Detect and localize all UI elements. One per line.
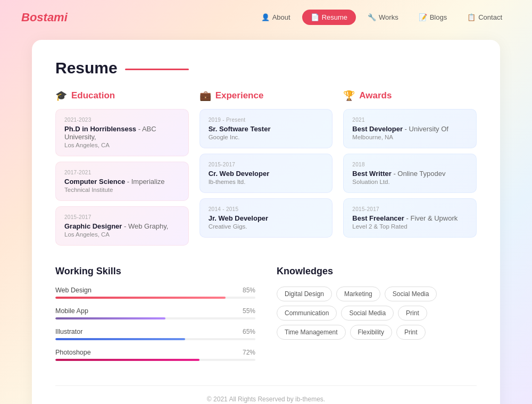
tag-social-media-1: Social Media bbox=[385, 287, 437, 301]
logo: Bostami bbox=[21, 11, 68, 24]
experience-icon: 💼 bbox=[200, 90, 211, 102]
knowledges-section: Knowledges Digital Design Marketing Soci… bbox=[277, 266, 477, 369]
skill-mobile-app: Mobile App 55% bbox=[55, 307, 255, 319]
page-title: Resume bbox=[55, 59, 118, 77]
experience-header: 💼 Experience bbox=[200, 90, 333, 102]
edu-sub-0: Los Angeles, CA bbox=[64, 142, 180, 148]
award-year-0: 2021 bbox=[352, 117, 468, 123]
about-icon: 👤 bbox=[261, 13, 270, 21]
skill-bar-fill-3 bbox=[55, 359, 200, 361]
nav-blogs-label: Blogs bbox=[430, 13, 447, 21]
edu-title-0: Ph.D in Horriblensess - ABC University, bbox=[64, 125, 180, 141]
tag-flexibility: Flexibility bbox=[350, 325, 392, 340]
education-column: 🎓 Education 2021-2023 Ph.D in Horriblens… bbox=[55, 90, 189, 251]
experience-column: 💼 Experience 2019 - Present Sr. Software… bbox=[200, 90, 333, 251]
skill-web-design: Web Design 85% bbox=[55, 287, 255, 299]
award-sub-2: Level 2 & Top Rated bbox=[352, 223, 468, 230]
tag-time-management: Time Management bbox=[277, 325, 346, 340]
skill-label-3: Photoshope bbox=[55, 349, 91, 356]
award-entry-1: 2018 Best Writter - Online Typodev Solua… bbox=[343, 154, 477, 193]
nav-links: 👤 About 📄 Resume 🔧 Works 📝 Blogs 📋 Conta… bbox=[253, 10, 511, 25]
awards-icon: 🏆 bbox=[343, 90, 355, 102]
resume-header: Resume bbox=[55, 59, 477, 77]
award-title-2: Best Freelancer - Fiver & Upwork bbox=[352, 214, 468, 222]
award-entry-2: 2015-2017 Best Freelancer - Fiver & Upwo… bbox=[343, 198, 477, 238]
blogs-icon: 📝 bbox=[419, 13, 427, 21]
edu-year-2: 2015-2017 bbox=[64, 214, 180, 220]
skills-title: Working Skills bbox=[55, 266, 255, 277]
awards-header: 🏆 Awards bbox=[343, 90, 477, 102]
nav-resume[interactable]: 📄 Resume bbox=[302, 10, 356, 25]
award-entry-0: 2021 Best Developer - University Of Melb… bbox=[343, 109, 477, 148]
edu-year-1: 2017-2021 bbox=[64, 170, 180, 175]
edu-entry-2: 2015-2017 Graphic Designer - Web Graphy,… bbox=[55, 206, 189, 246]
award-sub-0: Melbourne, NA bbox=[352, 134, 468, 140]
skill-pct-1: 55% bbox=[243, 307, 255, 315]
edu-year-0: 2021-2023 bbox=[64, 117, 180, 123]
skill-bar-fill-1 bbox=[55, 317, 165, 319]
skill-bar-bg-0 bbox=[55, 297, 255, 299]
skills-section: Working Skills Web Design 85% Mobile App… bbox=[55, 266, 477, 369]
award-title-0: Best Developer - University Of bbox=[352, 125, 468, 133]
edu-entry-0: 2021-2023 Ph.D in Horriblensess - ABC Un… bbox=[55, 109, 189, 156]
skill-label-1: Mobile App bbox=[55, 307, 88, 315]
award-year-2: 2015-2017 bbox=[352, 206, 468, 212]
nav-about-label: About bbox=[272, 13, 290, 21]
nav-contact-label: Contact bbox=[478, 13, 502, 21]
education-header: 🎓 Education bbox=[55, 90, 189, 102]
exp-entry-2: 2014 - 2015 Jr. Web Developer Creative G… bbox=[200, 198, 333, 238]
card-footer: © 2021 All Rights Reserved by ib-themes. bbox=[55, 385, 477, 403]
nav-blogs[interactable]: 📝 Blogs bbox=[410, 10, 456, 25]
award-sub-1: Soluation Ltd. bbox=[352, 179, 468, 185]
nav-about[interactable]: 👤 About bbox=[253, 10, 299, 25]
nav-works-label: Works bbox=[379, 13, 398, 21]
exp-year-1: 2015-2017 bbox=[209, 162, 324, 167]
tag-social-media-2: Social Media bbox=[341, 306, 394, 321]
resume-icon: 📄 bbox=[311, 13, 319, 21]
nav-resume-label: Resume bbox=[322, 13, 347, 21]
edu-title-1: Computer Science - Imperialize bbox=[64, 178, 180, 186]
skill-bar-fill-0 bbox=[55, 297, 226, 299]
exp-sub-1: Ib-themes ltd. bbox=[209, 179, 324, 185]
resume-card: Resume 🎓 Education 2021-2023 Ph.D in Hor… bbox=[32, 40, 500, 404]
exp-sub-2: Creative Gigs. bbox=[209, 223, 324, 230]
skill-bar-bg-1 bbox=[55, 317, 255, 319]
edu-sub-2: Los Angeles, CA bbox=[64, 231, 180, 238]
title-underline bbox=[125, 69, 189, 70]
nav-contact[interactable]: 📋 Contact bbox=[459, 10, 511, 25]
tag-print-1: Print bbox=[398, 306, 427, 321]
resume-columns: 🎓 Education 2021-2023 Ph.D in Horriblens… bbox=[55, 90, 477, 251]
exp-entry-0: 2019 - Present Sr. Software Tester Googl… bbox=[200, 109, 333, 148]
skill-pct-3: 72% bbox=[243, 349, 255, 356]
tag-digital-design: Digital Design bbox=[277, 287, 332, 301]
navbar: Bostami 👤 About 📄 Resume 🔧 Works 📝 Blogs… bbox=[0, 0, 532, 35]
skill-bar-fill-2 bbox=[55, 338, 185, 340]
exp-entry-1: 2015-2017 Cr. Web Developer Ib-themes lt… bbox=[200, 154, 333, 193]
exp-title-2: Jr. Web Developer bbox=[209, 214, 324, 222]
skill-label-2: Illustrator bbox=[55, 328, 82, 335]
exp-year-2: 2014 - 2015 bbox=[209, 206, 324, 212]
edu-entry-1: 2017-2021 Computer Science - Imperialize… bbox=[55, 162, 189, 201]
edu-title-2: Graphic Designer - Web Graphy, bbox=[64, 222, 180, 230]
education-icon: 🎓 bbox=[55, 90, 67, 102]
knowledge-tags: Digital Design Marketing Social Media Co… bbox=[277, 287, 477, 340]
tag-communication: Communication bbox=[277, 306, 337, 321]
tag-marketing: Marketing bbox=[336, 287, 380, 301]
contact-icon: 📋 bbox=[467, 13, 476, 21]
award-year-1: 2018 bbox=[352, 162, 468, 167]
education-label: Education bbox=[71, 90, 115, 101]
footer-text: © 2021 All Rights Reserved by ib-themes. bbox=[207, 395, 325, 403]
skill-pct-2: 65% bbox=[243, 328, 255, 335]
skill-photoshop: Photoshope 72% bbox=[55, 349, 255, 361]
working-skills: Working Skills Web Design 85% Mobile App… bbox=[55, 266, 255, 369]
awards-column: 🏆 Awards 2021 Best Developer - Universit… bbox=[343, 90, 477, 251]
skill-bar-bg-3 bbox=[55, 359, 255, 361]
skill-bar-bg-2 bbox=[55, 338, 255, 340]
skill-pct-0: 85% bbox=[243, 287, 255, 294]
nav-works[interactable]: 🔧 Works bbox=[359, 10, 407, 25]
awards-label: Awards bbox=[359, 90, 392, 101]
exp-sub-0: Google Inc. bbox=[209, 134, 324, 140]
award-title-1: Best Writter - Online Typodev bbox=[352, 170, 468, 178]
works-icon: 🔧 bbox=[368, 13, 376, 21]
skill-illustrator: Illustrator 65% bbox=[55, 328, 255, 340]
